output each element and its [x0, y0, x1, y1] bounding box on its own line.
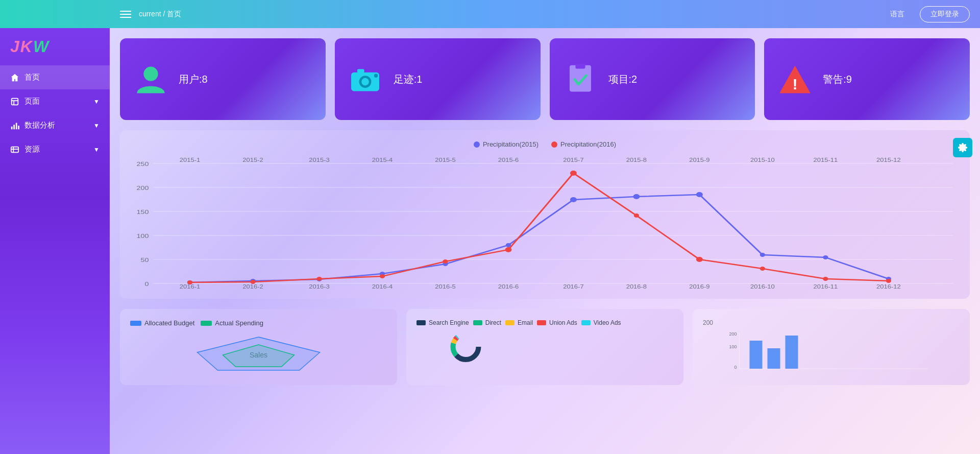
logo-text: JK — [10, 37, 33, 56]
breadcrumb-current: current — [139, 10, 161, 18]
svg-text:2016-12: 2016-12 — [876, 284, 901, 289]
legend-label-actual: Actual Spending — [215, 319, 263, 327]
legend-rect-search — [416, 320, 426, 325]
svg-text:2016-9: 2016-9 — [689, 284, 709, 289]
home-icon — [10, 73, 19, 82]
svg-point-15 — [374, 74, 378, 77]
svg-text:2015-5: 2015-5 — [435, 157, 455, 162]
chevron-down-icon: ▼ — [93, 98, 100, 105]
header-right: 语言 立即登录 — [890, 6, 970, 22]
svg-text:2016-7: 2016-7 — [563, 284, 583, 289]
svg-rect-17 — [575, 63, 585, 68]
svg-rect-95 — [786, 336, 798, 369]
svg-point-63 — [633, 194, 640, 199]
svg-text:0: 0 — [144, 281, 149, 288]
svg-rect-16 — [569, 65, 591, 91]
breadcrumb-home: 首页 — [167, 10, 181, 18]
legend-video-ads: Video Ads — [581, 319, 621, 326]
sidebar-item-resources-label: 资源 — [24, 145, 40, 154]
bar-chart-svg: 200 100 0 — [703, 330, 960, 371]
svg-point-73 — [505, 247, 512, 252]
svg-point-69 — [250, 280, 255, 284]
legend-label-2016: Precipitation(2016) — [560, 140, 616, 148]
svg-point-71 — [380, 274, 385, 278]
svg-point-72 — [443, 259, 448, 264]
svg-rect-94 — [768, 348, 780, 369]
svg-text:2016-2: 2016-2 — [242, 284, 263, 289]
svg-text:2016-6: 2016-6 — [498, 284, 519, 289]
chart-settings-button[interactable] — [953, 138, 972, 157]
svg-point-68 — [187, 280, 192, 284]
sidebar-item-pages[interactable]: 页面 ▼ — [0, 89, 110, 113]
svg-text:0: 0 — [734, 365, 737, 370]
sidebar: JKW 首页 页面 ▼ — [0, 28, 110, 454]
line-chart-container: Precipitation(2015) Precipitation(2016) … — [120, 130, 970, 299]
bar-chart-y-label: 200 — [703, 319, 960, 326]
warning-icon: ! — [777, 61, 813, 97]
svg-text:2016-4: 2016-4 — [372, 284, 393, 289]
sidebar-item-resources[interactable]: 资源 ▼ — [0, 137, 110, 161]
svg-text:2015-8: 2015-8 — [626, 157, 647, 162]
legend-label-email: Email — [518, 319, 533, 326]
legend-label-direct: Direct — [485, 319, 501, 326]
svg-point-70 — [316, 277, 322, 281]
svg-rect-5 — [16, 123, 17, 129]
svg-rect-4 — [13, 125, 15, 129]
legend-label-2015: Precipitation(2015) — [483, 140, 538, 148]
hamburger-icon[interactable] — [120, 11, 131, 18]
legend-email: Email — [505, 319, 533, 326]
svg-point-62 — [570, 197, 577, 202]
legend-label-search: Search Engine — [429, 319, 469, 326]
main-content: 用户:8 足迹:1 — [110, 28, 980, 454]
svg-text:2015-4: 2015-4 — [372, 157, 393, 162]
legend-rect-direct — [473, 320, 482, 325]
stat-card-warnings: ! 警告:9 — [764, 38, 970, 120]
stat-warnings-label: 警告:9 — [823, 73, 852, 86]
svg-text:2015-3: 2015-3 — [309, 157, 329, 162]
legend-union-ads: Union Ads — [537, 319, 577, 326]
breadcrumb: current / 首页 — [139, 10, 181, 19]
legend-actual: Actual Spending — [201, 319, 263, 327]
stat-footprints-label: 足迹:1 — [394, 73, 423, 86]
logo-w: W — [33, 37, 50, 56]
svg-text:2015-10: 2015-10 — [750, 157, 775, 162]
svg-point-78 — [823, 277, 828, 281]
sidebar-item-home[interactable]: 首页 — [0, 65, 110, 89]
legend-rect-actual — [201, 321, 212, 326]
gear-icon — [958, 142, 968, 153]
chevron-down-icon-3: ▼ — [93, 146, 100, 153]
legend-2015: Precipitation(2015) — [474, 140, 538, 148]
user-icon — [133, 61, 168, 97]
svg-text:2016-1: 2016-1 — [180, 284, 200, 289]
chevron-down-icon-2: ▼ — [93, 122, 100, 129]
svg-text:250: 250 — [137, 161, 149, 168]
svg-rect-6 — [18, 126, 19, 129]
svg-text:!: ! — [792, 76, 797, 92]
legend-dot-2015 — [474, 141, 480, 148]
budget-chart-card: Allocated Budget Actual Spending Sales — [120, 309, 397, 385]
svg-point-64 — [696, 192, 703, 197]
sidebar-item-pages-label: 页面 — [24, 97, 40, 106]
svg-point-77 — [760, 267, 765, 271]
svg-text:2015-9: 2015-9 — [689, 157, 709, 162]
svg-rect-14 — [357, 69, 364, 73]
traffic-chart-svg — [416, 331, 673, 362]
legend-rect-email — [505, 320, 514, 325]
sidebar-item-analytics[interactable]: 数据分析 ▼ — [0, 113, 110, 137]
svg-text:200: 200 — [137, 185, 149, 192]
stat-projects-label: 项目:2 — [608, 73, 638, 86]
svg-text:100: 100 — [137, 233, 149, 240]
svg-text:2015-6: 2015-6 — [498, 157, 519, 162]
legend-2016: Precipitation(2016) — [551, 140, 616, 148]
legend-rect-video — [581, 320, 591, 325]
login-button[interactable]: 立即登录 — [920, 6, 970, 22]
language-button[interactable]: 语言 — [890, 10, 904, 19]
stats-row: 用户:8 足迹:1 — [120, 38, 970, 120]
svg-text:2015-12: 2015-12 — [876, 157, 901, 162]
legend-label-union: Union Ads — [549, 319, 577, 326]
legend-rect-union — [537, 320, 546, 325]
svg-text:2016-3: 2016-3 — [309, 284, 329, 289]
stat-users-label: 用户:8 — [179, 73, 208, 86]
header-left: current / 首页 — [120, 10, 181, 19]
svg-text:100: 100 — [729, 344, 737, 349]
